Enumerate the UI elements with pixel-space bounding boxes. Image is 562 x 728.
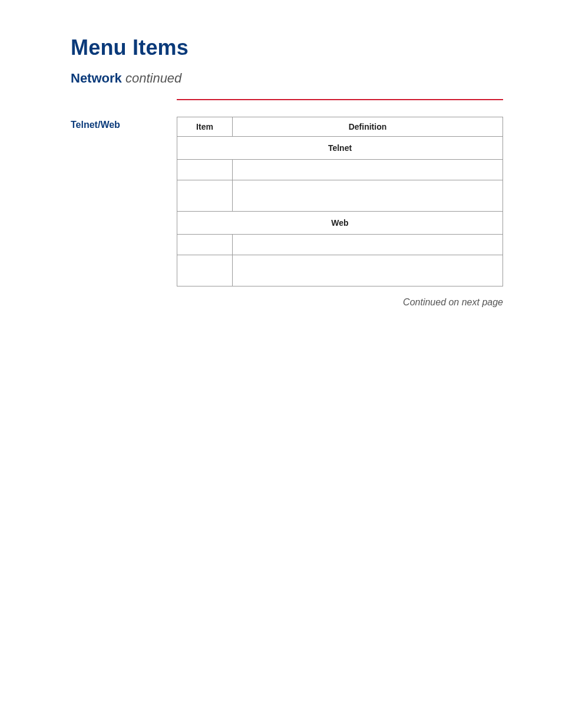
table-row: [177, 255, 503, 286]
table-group-row: Web: [177, 212, 503, 235]
table-cell-definition: [233, 180, 503, 212]
table-row: [177, 160, 503, 180]
subsection-title: Telnet/Web: [71, 120, 171, 130]
table-group-label: Web: [177, 212, 503, 235]
separator-rule: [177, 99, 503, 100]
table-header-row: Item Definition: [177, 117, 503, 137]
section-name: Network: [71, 71, 122, 85]
table-row: [177, 180, 503, 212]
menu-table: Item Definition Telnet: [177, 117, 503, 286]
side-label-column: Telnet/Web: [71, 99, 177, 130]
content-row: Telnet/Web Item Definition Telnet: [71, 99, 503, 308]
table-cell-item: [177, 235, 233, 255]
main-column: Item Definition Telnet: [177, 99, 503, 308]
table-cell-item: [177, 255, 233, 286]
table-group-label: Telnet: [177, 137, 503, 160]
table-cell-definition: [233, 255, 503, 286]
continued-note: Continued on next page: [177, 297, 503, 308]
page-title: Menu Items: [71, 35, 503, 60]
table-row: [177, 235, 503, 255]
section-heading: Network continued: [71, 71, 503, 86]
section-continued-label: continued: [125, 71, 181, 85]
table-cell-definition: [233, 235, 503, 255]
column-header-item: Item: [177, 117, 233, 137]
column-header-definition: Definition: [233, 117, 503, 137]
table-group-row: Telnet: [177, 137, 503, 160]
table-cell-item: [177, 180, 233, 212]
document-page: Menu Items Network continued Telnet/Web …: [0, 0, 562, 728]
table-cell-definition: [233, 160, 503, 180]
table-cell-item: [177, 160, 233, 180]
